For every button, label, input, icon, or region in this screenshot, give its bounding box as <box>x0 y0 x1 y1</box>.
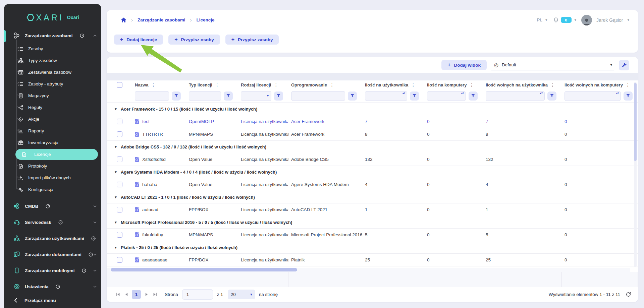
table-row[interactable]: aeaeaeaeae FPP/BOX Licencja na użytkowni… <box>107 254 638 266</box>
horizontal-scrollbar[interactable] <box>107 268 630 272</box>
select-all-checkbox[interactable] <box>117 82 122 88</box>
assign-people-button[interactable]: + Przypisz osoby <box>168 35 220 45</box>
sidebar-item-zasoby[interactable]: Zasoby <box>4 43 101 55</box>
sidebar-section-zarzadzanie-zasobami[interactable]: Zarządzanie zasobami <box>4 29 101 42</box>
chevron-down-icon[interactable]: ▾ <box>627 18 629 22</box>
assign-assets-button[interactable]: + Przypisz zasoby <box>225 35 279 45</box>
filter-funnel-icon[interactable] <box>547 91 556 101</box>
column-menu-icon[interactable]: ⋮ <box>151 82 155 87</box>
avatar[interactable] <box>581 15 592 25</box>
chevron-down-icon[interactable] <box>93 253 97 256</box>
stepper-arrows-icon[interactable]: ▴▾ <box>616 92 619 95</box>
filter-funnel-icon[interactable] <box>410 91 419 101</box>
table-settings-button[interactable] <box>619 60 629 70</box>
column-menu-icon[interactable]: ⋮ <box>330 82 334 87</box>
user-name[interactable]: Jarek Gąsior <box>596 17 623 23</box>
next-page-button[interactable] <box>142 290 151 299</box>
sidebar-section-zarzadzanie-dokumentami[interactable]: Zarządzanie dokumentami <box>4 248 101 261</box>
first-page-button[interactable] <box>113 290 122 299</box>
sidebar-section-servicedesk[interactable]: Servicedesk <box>4 215 101 229</box>
vertical-scrollbar[interactable] <box>634 82 637 267</box>
notifications[interactable]: 0 <box>553 17 572 23</box>
sidebar-section-ustawienia[interactable]: Ustawienia <box>4 280 101 293</box>
chevron-down-icon[interactable]: ▾ <box>545 18 547 22</box>
add-view-button[interactable]: + Dodaj widok <box>441 60 487 70</box>
view-selector[interactable]: ◎ Default ▾ <box>491 60 614 70</box>
breadcrumb-link-licencje[interactable]: Licencje <box>197 17 215 22</box>
current-page-button[interactable]: 1 <box>132 290 141 299</box>
filter-input-typ-licencji[interactable] <box>189 91 221 101</box>
column-header-oprogramowanie[interactable]: Oprogramowanie <box>291 82 327 87</box>
column-header-rodzaj-licencji[interactable]: Rodzaj licencji <box>241 82 271 87</box>
cell-nazwa[interactable]: test <box>142 119 150 124</box>
filter-funnel-icon[interactable] <box>469 91 478 101</box>
column-header-ilosc-wolnych-na-uzytkownika[interactable]: Ilość wolnych na użytkownika <box>486 82 548 87</box>
column-header-ilosc-na-uzytkownika[interactable]: Ilość na użytkownika <box>365 82 408 87</box>
collapse-caret-icon[interactable]: ▼ <box>114 246 117 249</box>
sidebar-item-raporty[interactable]: Raporty <box>4 125 101 137</box>
chevron-down-icon[interactable] <box>93 269 97 272</box>
column-header-typ-licencji[interactable]: Typ licencji <box>189 82 212 87</box>
previous-page-button[interactable] <box>122 290 131 299</box>
page-number-input[interactable]: 1 <box>182 289 213 300</box>
row-checkbox[interactable] <box>117 257 122 263</box>
sidebar-item-licencje[interactable]: Licencje <box>15 149 98 160</box>
table-row[interactable]: hahaha Open Value Licencja na użytkownik… <box>107 178 638 191</box>
page-size-select[interactable]: 20 ▾ <box>228 290 255 299</box>
row-checkbox[interactable] <box>117 207 122 212</box>
chevron-down-icon[interactable]: ▾ <box>610 63 612 67</box>
filter-funnel-icon[interactable] <box>274 91 283 101</box>
row-checkbox[interactable] <box>117 119 122 124</box>
filter-number-ilosc-wolnych-na-uzytkownika[interactable]: ▴▾ <box>486 91 545 101</box>
cell-nazwa[interactable]: fukufdufuy <box>142 232 163 237</box>
collapse-caret-icon[interactable]: ▼ <box>114 170 117 174</box>
row-checkbox[interactable] <box>117 157 122 162</box>
chevron-down-icon[interactable] <box>93 221 97 224</box>
cell-nazwa[interactable]: autocad <box>142 207 158 212</box>
group-header-row[interactable]: ▼ Acer Framework - 15 / 0 / 15 (Ilość / … <box>107 103 638 115</box>
vertical-scrollbar-thumb[interactable] <box>634 83 637 161</box>
table-row[interactable]: fukufdufuy MPN/MAPS Licencja na użytkown… <box>107 229 638 241</box>
cell-nazwa[interactable]: TTRTRTR <box>142 132 163 137</box>
stepper-arrows-icon[interactable]: ▴▾ <box>461 92 464 95</box>
filter-funnel-icon[interactable] <box>348 91 357 101</box>
chevron-down-icon[interactable]: ▾ <box>575 18 577 22</box>
chevron-down-icon[interactable] <box>93 286 97 288</box>
row-checkbox[interactable] <box>117 182 122 187</box>
filter-number-ilosc-na-komputery[interactable]: ▴▾ <box>427 91 466 101</box>
chevron-down-icon[interactable] <box>93 237 97 240</box>
sidebar-item-reguly[interactable]: Reguły <box>4 102 101 113</box>
filter-number-ilosc-na-uzytkownika[interactable]: ▴▾ <box>365 91 407 101</box>
language-selector[interactable]: PL <box>537 17 543 22</box>
filter-input-nazwa[interactable] <box>135 91 169 101</box>
column-header-ilosc-wolnych-na-komputery[interactable]: Ilość wolnych na komputery <box>565 82 623 87</box>
sidebar-item-inwentaryzacja[interactable]: Inwentaryzacja <box>4 137 101 148</box>
table-row[interactable]: Xsfsdfsdfsd Open Value Licencja na użytk… <box>107 153 638 166</box>
sidebar-item-konfiguracja[interactable]: Konfiguracja <box>4 184 101 195</box>
chevron-up-icon[interactable] <box>93 35 97 37</box>
chevron-down-icon[interactable] <box>93 205 97 207</box>
collapse-caret-icon[interactable]: ▼ <box>114 221 117 224</box>
sidebar-item-akcje[interactable]: Akcje <box>4 113 101 125</box>
filter-funnel-icon[interactable] <box>172 91 181 101</box>
refresh-icon[interactable] <box>626 292 631 297</box>
stepper-arrows-icon[interactable]: ▴▾ <box>540 92 543 95</box>
group-header-row[interactable]: ▼ Agere Systems HDA Modem - 4 / 0 / 4 (I… <box>107 166 638 178</box>
horizontal-scrollbar-thumb[interactable] <box>111 268 297 271</box>
column-menu-icon[interactable]: ⋮ <box>469 82 474 87</box>
collapse-caret-icon[interactable]: ▼ <box>114 107 117 111</box>
menu-toggle-button[interactable]: Przełącz menu <box>4 293 101 308</box>
filter-funnel-icon[interactable] <box>224 91 233 101</box>
sidebar-item-typy-zasobow[interactable]: Typy zasobów <box>4 55 101 66</box>
group-header-row[interactable]: ▼ Płatnik - 25 / 0 / 25 (Ilość / Ilość w… <box>107 241 638 254</box>
group-header-row[interactable]: ▼ AutoCAD LT 2021 - 1 / 0 / 1 (Ilość / I… <box>107 191 638 203</box>
cell-nazwa[interactable]: Xsfsdfsdfsd <box>142 157 166 162</box>
add-license-button[interactable]: + Dodaj licencje <box>114 35 163 45</box>
home-icon[interactable] <box>121 17 126 23</box>
stepper-arrows-icon[interactable]: ▴▾ <box>402 92 405 95</box>
collapse-caret-icon[interactable]: ▼ <box>114 145 117 149</box>
sidebar-item-import-plikow-danych[interactable]: Import plików danych <box>4 172 101 184</box>
table-row[interactable]: TTRTRTR MPN/MAPS Licencja na użytkownika… <box>107 128 638 141</box>
group-header-row[interactable]: ▼ Microsoft Project Professional 2016 - … <box>107 216 638 229</box>
filter-number-ilosc-wolnych-na-komputery[interactable]: ▴▾ <box>565 91 621 101</box>
